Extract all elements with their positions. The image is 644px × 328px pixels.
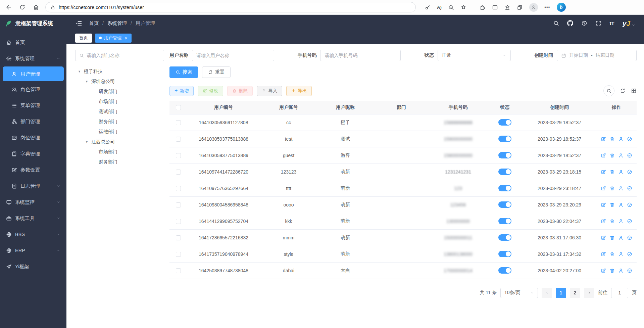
assign-role-icon[interactable] xyxy=(627,268,632,273)
bing-icon[interactable]: b xyxy=(557,3,566,12)
columns-button[interactable] xyxy=(631,88,637,94)
edit-row-icon[interactable] xyxy=(601,202,606,207)
zoom-out-icon[interactable] xyxy=(448,4,454,10)
assign-role-icon[interactable] xyxy=(627,153,632,158)
assign-role-icon[interactable] xyxy=(627,251,632,257)
date-range-picker[interactable]: 开始日期 - 结束日期 xyxy=(557,50,637,61)
reset-password-icon[interactable] xyxy=(618,169,624,175)
sidebar-item-bbs[interactable]: BBS xyxy=(0,226,66,242)
table-row[interactable]: 1641030593775013889guest游客15800000000202… xyxy=(169,147,637,163)
favorite-add-icon[interactable] xyxy=(460,4,466,10)
edit-row-icon[interactable] xyxy=(601,169,606,175)
edit-row-icon[interactable] xyxy=(601,219,606,224)
breadcrumb-home[interactable]: 首页 xyxy=(89,20,99,27)
delete-button[interactable]: 删除 xyxy=(227,86,253,96)
sidebar-item-dept-mgmt[interactable]: 部门管理 xyxy=(0,113,66,130)
row-checkbox[interactable] xyxy=(176,137,181,142)
table-row[interactable]: 1641097576365297664tttt萌新1232023-03-29 2… xyxy=(169,180,637,196)
table-row[interactable]: 1641735719040978944style萌新13800138000202… xyxy=(169,246,637,262)
sidebar-item-dict-mgmt[interactable]: 字典管理 xyxy=(0,146,66,162)
username-input[interactable] xyxy=(196,53,270,58)
github-icon[interactable] xyxy=(567,20,573,26)
assign-role-icon[interactable] xyxy=(627,136,632,142)
reset-password-icon[interactable] xyxy=(618,268,624,273)
delete-row-icon[interactable] xyxy=(609,219,615,224)
reset-button[interactable]: 重置 xyxy=(202,66,231,78)
edit-row-icon[interactable] xyxy=(601,268,606,273)
sidebar-item-system-monitor[interactable]: 系统监控 xyxy=(0,194,66,210)
search-toggle-button[interactable] xyxy=(603,85,614,96)
sidebar-item-param-settings[interactable]: 参数设置 xyxy=(0,162,66,178)
row-checkbox[interactable] xyxy=(176,219,181,224)
key-icon[interactable] xyxy=(425,4,431,10)
tree-node[interactable]: ▼市场部门 xyxy=(75,97,164,107)
edit-row-icon[interactable] xyxy=(601,186,606,191)
delete-row-icon[interactable] xyxy=(609,251,615,257)
assign-role-icon[interactable] xyxy=(627,169,632,175)
sidebar-item-post-mgmt[interactable]: 岗位管理 xyxy=(0,130,66,146)
page-button-1[interactable]: 1 xyxy=(556,288,566,298)
table-row[interactable]: 1641097441472286720123123萌新1231241231202… xyxy=(169,163,637,180)
help-icon[interactable] xyxy=(581,20,587,26)
row-checkbox[interactable] xyxy=(176,252,181,257)
table-row[interactable]: 1641098004586958848oooo萌新1234562023-03-2… xyxy=(169,196,637,213)
row-checkbox[interactable] xyxy=(176,153,181,158)
split-screen-icon[interactable] xyxy=(492,4,498,10)
reset-password-icon[interactable] xyxy=(618,235,624,240)
tree-node[interactable]: ▼运维部门 xyxy=(75,127,164,137)
status-toggle[interactable] xyxy=(498,136,511,142)
edit-row-icon[interactable] xyxy=(601,235,606,240)
reset-password-icon[interactable] xyxy=(618,153,624,158)
status-toggle[interactable] xyxy=(498,267,511,274)
status-toggle[interactable] xyxy=(498,169,511,175)
sidebar-item-role-mgmt[interactable]: 角色管理 xyxy=(0,81,66,97)
delete-row-icon[interactable] xyxy=(609,169,615,175)
status-toggle[interactable] xyxy=(498,234,511,241)
breadcrumb-system[interactable]: 系统管理 xyxy=(107,20,127,27)
tree-node[interactable]: ▼市场部门 xyxy=(75,147,164,157)
delete-row-icon[interactable] xyxy=(609,235,615,240)
dept-search-input[interactable] xyxy=(87,53,160,58)
table-row[interactable]: 1642503897748738048dabai大白17000000014202… xyxy=(169,262,637,279)
table-row[interactable]: 1641441299095752704kkk萌新1300000002023-03… xyxy=(169,213,637,229)
add-button[interactable]: +新增 xyxy=(169,86,194,96)
read-aloud-icon[interactable]: A) xyxy=(437,5,442,10)
address-bar[interactable]: https://ccnetcore.com:1101/system/user xyxy=(45,2,416,12)
collapse-menu-icon[interactable] xyxy=(75,20,82,27)
row-checkbox[interactable] xyxy=(176,235,181,240)
delete-row-icon[interactable] xyxy=(609,202,615,207)
favorites-icon[interactable] xyxy=(504,4,510,10)
tree-node[interactable]: ▼财务部门 xyxy=(75,117,164,127)
assign-role-icon[interactable] xyxy=(627,219,632,224)
page-size-select[interactable]: 10条/页 xyxy=(500,288,538,298)
row-checkbox[interactable] xyxy=(176,186,181,191)
row-checkbox[interactable] xyxy=(176,268,181,273)
status-select[interactable]: 正常 xyxy=(438,50,511,61)
refresh-table-button[interactable] xyxy=(620,88,626,94)
status-toggle[interactable] xyxy=(498,185,511,191)
tree-node[interactable]: ▼橙子科技 xyxy=(75,66,164,77)
delete-row-icon[interactable] xyxy=(609,136,615,142)
prev-page-button[interactable] xyxy=(542,288,552,298)
status-toggle[interactable] xyxy=(498,251,511,257)
delete-row-icon[interactable] xyxy=(609,186,615,191)
delete-row-icon[interactable] xyxy=(609,268,615,273)
export-button[interactable]: 导出 xyxy=(286,86,312,96)
status-toggle[interactable] xyxy=(498,201,511,208)
edit-row-icon[interactable] xyxy=(601,251,606,257)
table-row[interactable]: 1641030593775013888test测试159000000002023… xyxy=(169,131,637,147)
close-tab-icon[interactable]: × xyxy=(125,36,128,41)
collections-icon[interactable] xyxy=(517,4,523,10)
reset-password-icon[interactable] xyxy=(618,251,624,257)
goto-page-input[interactable] xyxy=(611,288,628,298)
edit-row-icon[interactable] xyxy=(601,153,606,158)
sidebar-item-system-mgmt[interactable]: 系统管理 xyxy=(0,50,66,66)
browser-home-icon[interactable] xyxy=(33,4,39,10)
sidebar-item-erp[interactable]: ERP xyxy=(0,242,66,259)
sidebar-item-home[interactable]: 首页 xyxy=(0,34,66,50)
fullscreen-icon[interactable] xyxy=(595,20,601,26)
reset-password-icon[interactable] xyxy=(618,186,624,191)
tree-node[interactable]: ▼江西总公司 xyxy=(75,137,164,147)
delete-row-icon[interactable] xyxy=(609,153,615,158)
sidebar-item-log-mgmt[interactable]: 日志管理 xyxy=(0,178,66,194)
